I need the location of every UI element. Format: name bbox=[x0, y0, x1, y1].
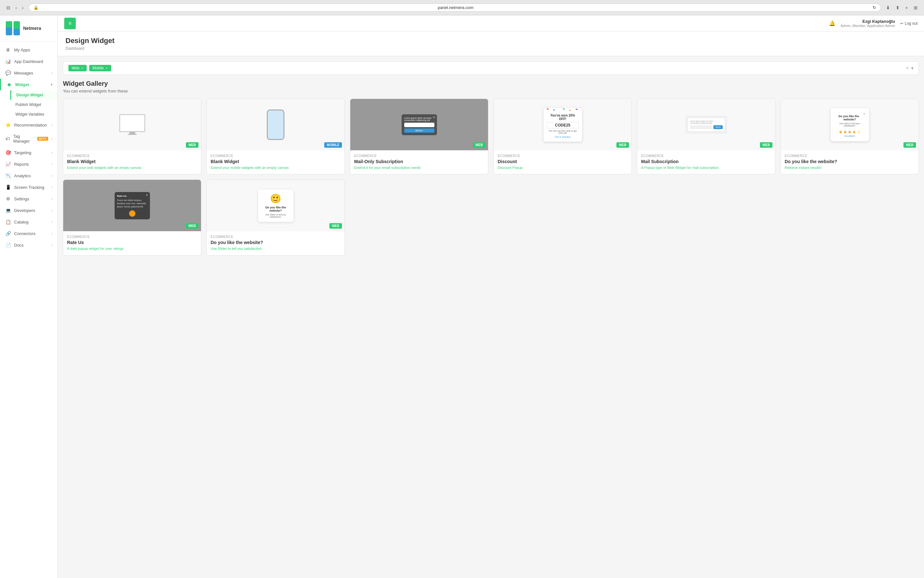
settings-arrow-icon: › bbox=[51, 197, 52, 201]
sidebar-item-recommendation[interactable]: ⭐ Recommendation › bbox=[0, 119, 57, 131]
sidebar-item-messages[interactable]: 💬 Messages › bbox=[0, 67, 57, 79]
sidebar-item-my-apps[interactable]: 🖥 My Apps bbox=[0, 44, 57, 55]
filter-tag-web[interactable]: Web × bbox=[68, 65, 87, 71]
notification-button[interactable]: 🔔 bbox=[829, 20, 835, 26]
sidebar-item-publish-widget[interactable]: Publish Widget bbox=[10, 100, 57, 109]
got-it-link[interactable]: Got it, thanks! bbox=[547, 135, 579, 138]
widget-card-mail-only[interactable]: × Lorem ipsum dolor sit amet, consectetu… bbox=[350, 99, 488, 174]
sidebar-item-screen-tracking[interactable]: 📱 Screen Tracking › bbox=[0, 182, 57, 193]
excellent-link[interactable]: Excellent bbox=[835, 135, 865, 138]
expand-filter-button[interactable]: ▾ bbox=[911, 65, 913, 71]
screen-tracking-icon: 📱 bbox=[5, 185, 11, 190]
widget-gallery-section: Widget Gallery You can extend widgets fr… bbox=[58, 80, 924, 261]
clear-filters-button[interactable]: × bbox=[906, 65, 909, 71]
phone-illustration bbox=[267, 109, 284, 140]
reports-arrow-icon: › bbox=[51, 162, 52, 166]
filter-web-label: Web bbox=[71, 66, 79, 70]
new-tab-btn[interactable]: + bbox=[904, 4, 909, 11]
confetti-2 bbox=[553, 109, 555, 111]
sidebar-item-label-reports: Reports bbox=[14, 162, 29, 167]
web-badge-mail-sub: WEB bbox=[760, 142, 772, 148]
sidebar-nav: 🖥 My Apps 📊 App Dashboard 💬 Messages › ◆… bbox=[0, 41, 57, 578]
confetti-1 bbox=[546, 108, 549, 110]
docs-icon: 📄 bbox=[5, 242, 11, 248]
sidebar-item-label-recommendation: Recommendation bbox=[14, 123, 47, 127]
tab-grid-btn[interactable]: ⊞ bbox=[913, 4, 919, 11]
logout-button[interactable]: ↩ Log out bbox=[900, 21, 918, 26]
widget-desc-rate-us: A dark popup widget for user ratings bbox=[67, 246, 197, 251]
widget-card-mail-subscription[interactable]: Lorem ipsum dolor sit amet, consectetur … bbox=[637, 99, 775, 174]
sidebar: Netmera 🖥 My Apps 📊 App Dashboard 💬 Mess… bbox=[0, 15, 58, 578]
widget-name-discount: Discount bbox=[498, 159, 628, 164]
mobile-badge: MOBILE bbox=[324, 142, 342, 148]
sidebar-toggle-btn[interactable]: ⊟ bbox=[5, 4, 11, 11]
widget-card-discount[interactable]: You've won 25% OFF! CODE25 You can use t… bbox=[493, 99, 632, 174]
logo-text: Netmera bbox=[23, 26, 41, 31]
sidebar-item-connectors[interactable]: 🔗 Connectors › bbox=[0, 228, 57, 239]
sidebar-item-catalog[interactable]: 📋 Catalog › bbox=[0, 216, 57, 228]
sidebar-item-targeting[interactable]: 🎯 Targeting › bbox=[0, 147, 57, 158]
sidebar-item-label-messages: Messages bbox=[14, 71, 33, 75]
logout-icon: ↩ bbox=[900, 21, 903, 26]
widget-info-blank-mobile: ECOMMERCE Blank Widget Extend your mobil… bbox=[207, 150, 344, 174]
smiley-sub: Use Slider to tell you satisfaction. bbox=[262, 214, 290, 218]
confetti-5 bbox=[575, 109, 577, 110]
remove-web-filter-icon[interactable]: × bbox=[81, 66, 83, 70]
connectors-arrow-icon: › bbox=[51, 232, 52, 235]
remove-mobile-filter-icon[interactable]: × bbox=[105, 66, 107, 70]
filter-tag-mobile[interactable]: Mobile × bbox=[89, 65, 111, 71]
sidebar-item-tag-manager[interactable]: 🏷 Tag Manager BETA › bbox=[0, 131, 57, 147]
popup-text: Lorem ipsum dolor sit amet, consectetur … bbox=[404, 117, 434, 122]
widget-card-do-you-like[interactable]: × Do you like the website? Use stars to … bbox=[780, 99, 919, 174]
recommendation-arrow-icon: › bbox=[51, 123, 52, 127]
widget-name-rate-us: Rate Us bbox=[67, 240, 197, 245]
forward-btn[interactable]: › bbox=[21, 4, 25, 11]
hamburger-button[interactable]: ≡ bbox=[64, 18, 76, 29]
address-bar[interactable]: 🔒 panel.netmera.com ↻ bbox=[29, 3, 881, 11]
download-btn[interactable]: ⬇ bbox=[885, 4, 891, 11]
widget-info-blank-web: ECOMMERCE Blank Widget Extend your web w… bbox=[63, 150, 201, 174]
top-bar-right: 🔔 Ezgi Kaptanoğlu Admin, Member, Applica… bbox=[829, 19, 918, 28]
reload-icon: ↻ bbox=[873, 5, 876, 10]
sidebar-item-settings[interactable]: ⚙ Settings › bbox=[0, 193, 57, 205]
web-badge: WEB bbox=[186, 142, 198, 148]
smiley-emoji: 🙂 bbox=[262, 193, 290, 204]
sidebar-item-docs[interactable]: 📄 Docs › bbox=[0, 239, 57, 251]
targeting-arrow-icon: › bbox=[51, 151, 52, 154]
beta-badge: BETA bbox=[37, 137, 48, 141]
url-text: panel.netmera.com bbox=[41, 5, 870, 10]
sidebar-item-label-widget: Widget bbox=[15, 82, 29, 87]
sidebar-item-developers[interactable]: 💻 Developers › bbox=[0, 205, 57, 216]
widget-card-smiley[interactable]: 🙂 Do you like the website? Use Slider to… bbox=[206, 180, 345, 255]
sidebar-item-widget-variables[interactable]: Widget Variables bbox=[10, 109, 57, 119]
widget-desc-smiley: Use Slider to tell you satisfaction. bbox=[211, 246, 340, 251]
sidebar-item-reports[interactable]: 📈 Reports › bbox=[0, 158, 57, 170]
widget-card-blank-mobile[interactable]: MOBILE ECOMMERCE Blank Widget Extend you… bbox=[206, 99, 345, 174]
mail-sub-submit-btn: Send bbox=[713, 125, 722, 129]
mail-sub-inner: Lorem ipsum dolor sit amet, consectetur … bbox=[688, 118, 725, 131]
filter-bar: Web × Mobile × × ▾ bbox=[63, 61, 919, 75]
monitor-base bbox=[128, 134, 137, 135]
share-btn[interactable]: ⬆ bbox=[895, 4, 901, 11]
sidebar-item-app-dashboard[interactable]: 📊 App Dashboard bbox=[0, 55, 57, 67]
widget-card-rate-us[interactable]: × Rate Us Fusce nec tellus tempus, fauci… bbox=[63, 180, 201, 255]
rating-subtitle: Use stars to tell your satisfaction. bbox=[835, 122, 865, 127]
sidebar-item-analytics[interactable]: 📉 Analytics › bbox=[0, 170, 57, 182]
desktop-illustration bbox=[120, 114, 145, 135]
rate-us-circle bbox=[129, 210, 136, 217]
mail-sub-input bbox=[690, 125, 712, 129]
widget-card-blank-web[interactable]: WEB ECOMMERCE Blank Widget Extend your w… bbox=[63, 99, 201, 174]
rate-us-close-icon: × bbox=[146, 193, 148, 197]
widget-desc-blank-mobile: Extend your mobile widgets with an empty… bbox=[211, 166, 340, 170]
confetti-4 bbox=[569, 109, 571, 111]
developers-arrow-icon: › bbox=[51, 209, 52, 212]
sidebar-item-widget[interactable]: ◆ Widget ▾ bbox=[0, 79, 57, 90]
widget-info-smiley: ECOMMERCE Do you like the website? Use S… bbox=[207, 231, 344, 255]
mail-sub-input-row: Send bbox=[690, 125, 723, 129]
sidebar-item-label-catalog: Catalog bbox=[14, 220, 29, 224]
sidebar-item-design-widget[interactable]: Design Widget bbox=[10, 90, 57, 100]
web-badge-rating: WEB bbox=[903, 142, 916, 148]
back-btn[interactable]: ‹ bbox=[14, 4, 18, 11]
popup-close-icon: × bbox=[433, 115, 435, 119]
developers-icon: 💻 bbox=[5, 208, 11, 213]
